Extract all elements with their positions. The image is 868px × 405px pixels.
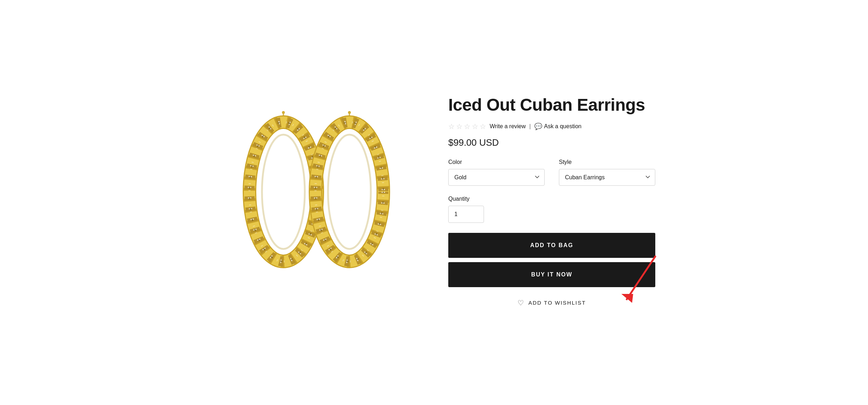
star-5: ☆ [480,122,486,131]
write-review-link[interactable]: Write a review [490,123,526,130]
product-image [223,102,409,302]
reviews-divider: | [529,123,531,130]
star-2: ☆ [456,122,463,131]
heart-icon: ♡ [518,299,525,307]
product-title: Iced Out Cuban Earrings [448,95,655,115]
ask-question-link[interactable]: 💬 Ask a question [534,122,581,130]
svg-point-16 [328,135,371,249]
star-3: ☆ [464,122,470,131]
quantity-input[interactable] [448,206,484,223]
buy-now-button[interactable]: BUY IT NOW [448,262,655,287]
quantity-label: Quantity [448,196,655,202]
color-select[interactable]: Gold Silver Rose Gold [448,169,545,186]
product-page: Iced Out Cuban Earrings ☆ ☆ ☆ ☆ ☆ Write … [184,74,684,331]
ask-question-label: Ask a question [544,123,581,130]
star-rating: ☆ ☆ ☆ ☆ ☆ [448,122,486,131]
style-option-group: Style Cuban Earrings Hoop Earrings Stud … [559,159,655,186]
reviews-row: ☆ ☆ ☆ ☆ ☆ Write a review | 💬 Ask a quest… [448,122,655,131]
svg-point-1 [282,111,285,114]
chat-icon: 💬 [534,122,542,130]
add-to-wishlist-button[interactable]: ♡ ADD TO WISHLIST [513,296,590,310]
style-select[interactable]: Cuban Earrings Hoop Earrings Stud Earrin… [559,169,655,186]
wishlist-section: ♡ ADD TO WISHLIST [448,296,655,310]
product-details-section: Iced Out Cuban Earrings ☆ ☆ ☆ ☆ ☆ Write … [448,95,655,310]
star-4: ☆ [472,122,478,131]
svg-marker-19 [621,294,633,303]
style-label: Style [559,159,655,165]
product-price: $99.00 USD [448,137,655,148]
wishlist-label: ADD TO WISHLIST [528,300,586,306]
color-label: Color [448,159,545,165]
svg-point-7 [262,135,305,249]
options-row: Color Gold Silver Rose Gold Style Cuban … [448,159,655,186]
add-to-bag-button[interactable]: ADD TO BAG [448,233,655,258]
svg-point-10 [348,111,351,114]
quantity-section: Quantity [448,196,655,223]
product-image-section [213,102,420,302]
star-1: ☆ [448,122,455,131]
color-option-group: Color Gold Silver Rose Gold [448,159,545,186]
